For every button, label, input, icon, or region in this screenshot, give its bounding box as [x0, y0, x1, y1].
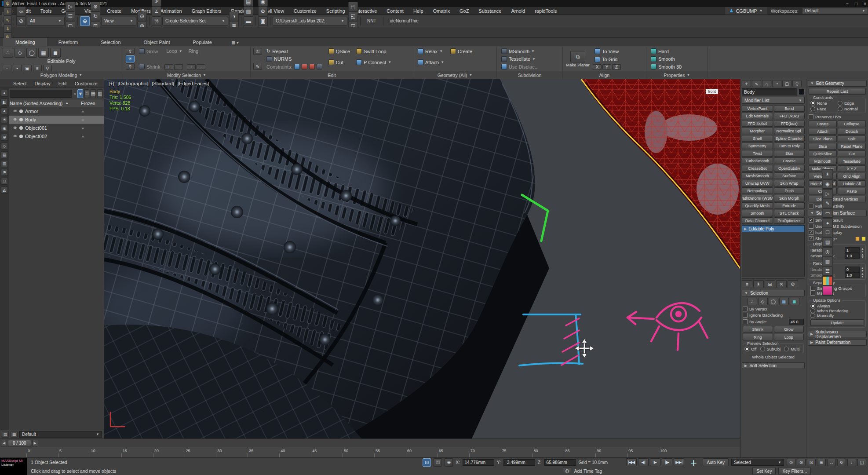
material-editor-icon[interactable]: ◉ — [258, 0, 268, 7]
object-name-field[interactable]: Body — [742, 88, 797, 95]
selectable-dot-icon[interactable] — [19, 110, 23, 113]
hierarchy-tab-icon[interactable]: ⌂ — [762, 80, 771, 87]
edit-geometry-button[interactable]: Collapse — [838, 121, 866, 127]
utilities-tab-icon[interactable]: ⍜ — [792, 80, 802, 87]
qslice-button[interactable]: QSlice — [327, 48, 352, 55]
filter-geometry-icon[interactable]: ◧ — [1, 99, 8, 106]
modifier-button[interactable]: VertexPaint — [742, 105, 773, 112]
ribbon-tab-modeling[interactable]: Modeling — [4, 38, 47, 46]
use-displacement-button[interactable]: Use Displac... — [500, 63, 540, 70]
modifier-button[interactable]: Morpher — [742, 128, 773, 134]
modify-tab-icon[interactable]: ∿ — [752, 80, 761, 87]
cage-selected-color-swatch[interactable] — [861, 237, 866, 241]
loop-minus-button[interactable]: − — [174, 64, 183, 70]
go-end-icon[interactable]: ▶▶| — [674, 458, 684, 466]
smooth-result-checkbox[interactable]: Smooth Result — [809, 218, 866, 223]
next-frame-arrow[interactable]: ▶ — [32, 440, 38, 446]
go-start-icon[interactable]: |◀◀ — [626, 458, 637, 466]
modifier-button[interactable]: TurboSmooth — [742, 157, 773, 164]
constraint-normal-icon[interactable] — [317, 64, 322, 69]
eraser-icon[interactable]: ▭ — [823, 208, 832, 218]
dot-icon[interactable]: ● — [823, 218, 832, 227]
configure-sets-icon[interactable]: ⚙ — [788, 280, 798, 288]
angle-snap-icon[interactable]: ∠ — [152, 7, 161, 16]
viewport[interactable]: [+] [Orthographic] [Standard] [Edged Fac… — [104, 79, 740, 438]
modifier-button[interactable]: Skin Morph — [774, 195, 805, 201]
modifier-button[interactable]: Quadify Mesh — [742, 202, 773, 209]
prev-frame-icon[interactable]: ◀| — [638, 458, 649, 466]
preview-off-radio[interactable]: Off — [744, 347, 757, 351]
flat-view-icon[interactable]: ▥ — [97, 89, 102, 98]
grow-button[interactable]: Grow — [774, 326, 804, 332]
x-coordinate-field[interactable]: 14.776mm — [463, 459, 494, 466]
make-planar-label[interactable]: Make Planar — [566, 62, 589, 67]
selection-rollout-header[interactable]: ▼Selection — [742, 290, 805, 296]
maxscript-mini-listener[interactable]: MAXScript Mi Listener — [0, 458, 27, 475]
relax-button[interactable]: Relax▼ — [416, 48, 446, 55]
filter-bones-icon[interactable]: ⚑ — [1, 169, 8, 176]
ring-minus-button[interactable]: − — [197, 64, 205, 70]
select-object-icon[interactable]: ▷ — [66, 2, 75, 11]
angle-spinner[interactable]: 45.0 — [789, 319, 804, 325]
section-label-polygon-modeling[interactable]: Polygon Modeling▼ — [0, 71, 123, 79]
msmooth-button[interactable]: MSmooth▼ — [500, 48, 540, 55]
scene-explorer-icon[interactable]: ▤ — [244, 0, 253, 7]
edit-geometry-button[interactable]: Detach — [838, 128, 866, 135]
modifier-button[interactable]: FFD 4x4x4 — [742, 120, 773, 127]
collapse-stack-icon[interactable]: ≡ — [33, 65, 42, 72]
maximize-button[interactable]: □ — [855, 1, 857, 6]
edit-geometry-rollout-header[interactable]: ▼Edit Geometry — [808, 80, 867, 87]
edit-geometry-button[interactable]: Grid Align — [838, 173, 866, 179]
align-y-button[interactable]: Y — [602, 64, 611, 70]
display-smoothness-spinner[interactable]: 1.0 — [845, 253, 860, 259]
ignore-backfacing-checkbox[interactable]: Ignore Backfacing — [743, 313, 804, 318]
filter-materials-icon[interactable]: ◭ — [1, 186, 8, 194]
frozen-toggle-icon[interactable]: ∗ — [81, 126, 104, 131]
border-mode-icon[interactable]: ◯ — [26, 48, 37, 58]
ring-button[interactable]: Ring — [743, 334, 773, 340]
p-connect-button[interactable]: P Connect▼ — [354, 59, 393, 66]
menu-content[interactable]: Content — [382, 7, 408, 15]
maximize-viewport-icon[interactable]: ◱ — [857, 459, 866, 466]
list-item[interactable]: 👁 Object002 ∗ — [0, 132, 104, 141]
menu-help[interactable]: Help — [408, 7, 428, 15]
by-angle-checkbox[interactable]: By Angle:45.0 — [743, 319, 804, 325]
isoline-display-checkbox[interactable]: Isoline Display — [809, 230, 866, 235]
constraint-normal-radio[interactable]: Normal — [838, 106, 864, 111]
repeat-button[interactable]: ↻Repeat — [265, 48, 324, 55]
constraint-none-icon[interactable] — [294, 64, 300, 69]
modifier-button[interactable]: Push — [774, 187, 805, 194]
filter-lights-icon[interactable]: ☀ — [1, 116, 8, 123]
attach-button[interactable]: Attach▼ — [416, 59, 446, 66]
key-filters-button[interactable]: Key Filters... — [778, 467, 811, 475]
viewport-shading-menu[interactable]: [Edged Faces] — [178, 81, 209, 86]
element-mode-icon[interactable]: ◼ — [790, 298, 799, 305]
color-swatch-icon[interactable] — [823, 276, 832, 285]
preview-multi-radio[interactable]: Multi — [784, 347, 799, 351]
selection-lock-icon[interactable]: ⚿ — [434, 458, 442, 467]
constraint-none-radio[interactable]: None — [810, 101, 837, 106]
make-unique-icon[interactable]: ⊞ — [765, 280, 775, 288]
list-item[interactable]: 👁 Armor ∗ — [0, 107, 104, 116]
visibility-eye-icon[interactable]: 👁 — [13, 126, 17, 130]
viewport-render-preset-menu[interactable]: [Standard] — [152, 81, 174, 86]
shrink-button[interactable]: Shrink — [137, 63, 162, 70]
auto-key-button[interactable]: Auto Key — [703, 458, 729, 466]
align-x-button[interactable]: X — [593, 64, 602, 70]
soft-selection-rollout-header[interactable]: ▶Soft Selection — [742, 362, 805, 369]
edit-geometry-button[interactable]: Cut — [838, 150, 866, 157]
modifier-button[interactable]: Surface — [774, 172, 805, 179]
time-slider-handle[interactable]: 0 / 100 — [8, 440, 31, 446]
to-grid-button[interactable]: To Grid — [593, 56, 621, 63]
section-label-properties[interactable]: Properties▼ — [646, 71, 708, 79]
edge-mode-icon[interactable]: ◇ — [758, 298, 768, 305]
filter-cameras-icon[interactable]: ◉ — [1, 125, 8, 132]
nurms-button[interactable]: NURMS — [265, 56, 324, 62]
paint-deformation-rollout-header[interactable]: ▶Paint Deformation — [808, 339, 867, 346]
next-frame-icon[interactable]: |▶ — [662, 458, 672, 466]
shrub-icon[interactable]: ψ — [4, 0, 12, 7]
full-interactivity-checkbox[interactable]: Full Interactivity — [809, 204, 866, 208]
show-cage-checkbox[interactable]: Show Cage — [809, 236, 866, 241]
modifier-button[interactable]: Retopology — [742, 187, 773, 194]
subdivision-surface-rollout-header[interactable]: ▼Subdivision Surface — [808, 210, 867, 216]
